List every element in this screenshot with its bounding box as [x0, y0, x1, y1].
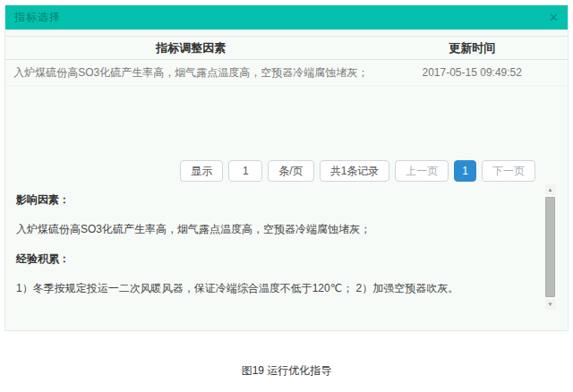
pagination-per-page-label: 条/页	[268, 160, 313, 182]
time-cell: 2017-05-15 09:49:52	[376, 66, 568, 79]
next-page-button[interactable]: 下一页	[482, 160, 535, 182]
pagination-total-records: 共1条记录	[320, 160, 390, 182]
experience-text: 1）冬季按规定投运一二次风暖风器，保证冷端综合温度不低于120℃； 2）加强空预…	[16, 280, 537, 296]
factor-cell: 入炉煤硫份高SO3化硫产生率高，烟气露点温度高，空预器冷端腐蚀堵灰；	[5, 65, 376, 81]
close-icon[interactable]: ✕	[549, 12, 559, 23]
vertical-scrollbar[interactable]: ▲ ▼	[544, 184, 556, 310]
dialog-title: 指标选择	[14, 10, 61, 25]
pagination-show-label: 显示	[180, 160, 223, 182]
prev-page-button[interactable]: 上一页	[395, 160, 449, 182]
page-background: 指标选择 ✕ 指标调整因素 更新时间 入炉煤硫份高SO3化硫产生率高，烟气露点温…	[0, 0, 573, 392]
factors-text: 入炉煤硫份高SO3化硫产生率高，烟气露点温度高，空预器冷端腐蚀堵灰；	[16, 221, 537, 237]
pagination-bar: 显示 1 条/页 共1条记录 上一页 1 下一页	[180, 160, 535, 182]
dialog-titlebar: 指标选择 ✕	[5, 5, 568, 30]
page-size-input[interactable]: 1	[228, 160, 262, 182]
table-header-row: 指标调整因素 更新时间	[5, 36, 568, 60]
detail-text-panel: 影响因素： 入炉煤硫份高SO3化硫产生率高，烟气露点温度高，空预器冷端腐蚀堵灰；…	[5, 181, 568, 312]
table-row[interactable]: 入炉煤硫份高SO3化硫产生率高，烟气露点温度高，空预器冷端腐蚀堵灰； 2017-…	[5, 60, 568, 86]
factors-table: 指标调整因素 更新时间 入炉煤硫份高SO3化硫产生率高，烟气露点温度高，空预器冷…	[5, 36, 568, 86]
column-header-time: 更新时间	[376, 40, 568, 56]
experience-heading: 经验积累：	[16, 251, 537, 267]
factors-heading: 影响因素：	[16, 192, 537, 208]
column-header-factor: 指标调整因素	[5, 40, 376, 56]
scroll-down-icon[interactable]: ▼	[545, 299, 556, 310]
current-page-button[interactable]: 1	[454, 160, 476, 182]
scrollbar-thumb[interactable]	[545, 197, 555, 297]
indicator-dialog: 指标选择 ✕ 指标调整因素 更新时间 入炉煤硫份高SO3化硫产生率高，烟气露点温…	[4, 4, 569, 331]
figure-caption: 图19 运行优化指导	[0, 363, 573, 379]
scroll-up-icon[interactable]: ▲	[545, 184, 556, 195]
scrollbar-track[interactable]	[545, 195, 555, 299]
